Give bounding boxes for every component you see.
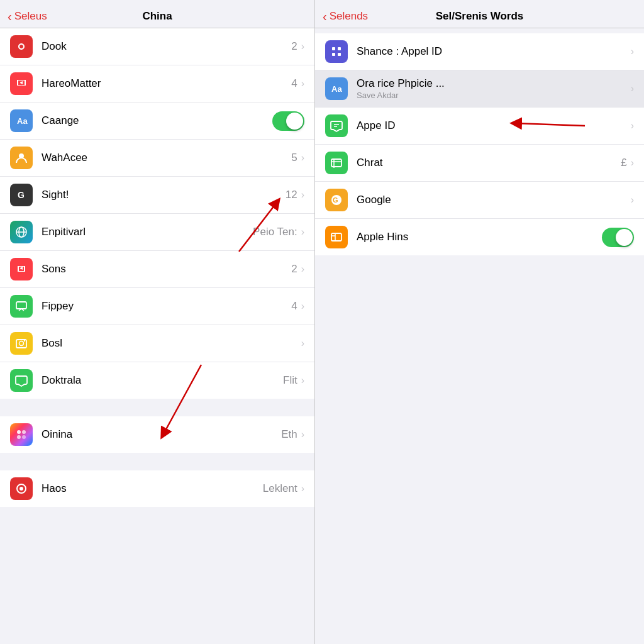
right-nav-bar: ‹ Selends Sel/Srenis Words [315, 0, 644, 28]
google-icon: G [325, 189, 348, 211]
bosl-chevron: › [301, 338, 304, 349]
list-item-applehins[interactable]: Apple Hins [315, 219, 644, 255]
haos-value: Leklent [263, 482, 297, 495]
applehins-label: Apple Hins [357, 231, 602, 243]
dook-chevron: › [301, 41, 304, 52]
left-back-label: Seleus [14, 10, 47, 23]
caange-label: Caange [42, 114, 272, 127]
list-item-google[interactable]: G Google › [315, 182, 644, 219]
sight-value: 12 [286, 189, 297, 201]
fippey-value: 4 [291, 300, 297, 313]
svg-point-14 [17, 435, 21, 439]
right-list-section: Shance : Appel ID › Aa Ora rice Phpicie … [315, 33, 644, 255]
doktrala-value: Flit [283, 374, 297, 387]
list-item-sons[interactable]: Sons 2 › [0, 251, 314, 288]
list-item-doktrala[interactable]: Doktrala Flit › [0, 362, 314, 399]
google-label: Google [357, 194, 631, 206]
section-gap-2 [0, 453, 314, 470]
chrat-chevron: › [631, 157, 634, 169]
dook-label: Dook [42, 40, 291, 53]
caange-toggle[interactable] [272, 111, 304, 131]
dook-icon [10, 35, 33, 58]
doktrala-icon [10, 369, 33, 392]
svg-rect-21 [338, 53, 341, 56]
chrat-icon [325, 152, 348, 174]
left-list-section-1: Dook 2 › HareoMatter 4 › Aa Caange [0, 28, 314, 399]
list-item-sight[interactable]: G Sight! 12 › [0, 177, 314, 214]
svg-text:G: G [333, 196, 338, 204]
enpitivarl-chevron: › [301, 226, 304, 238]
fippey-label: Fippey [42, 300, 291, 313]
sons-chevron: › [301, 264, 304, 275]
haos-label: Haos [42, 482, 263, 495]
oinina-icon [10, 423, 33, 446]
right-panel: ‹ Selends Sel/Srenis Words Shance : A [314, 0, 644, 644]
svg-point-1 [20, 45, 23, 48]
chrat-value: £ [621, 157, 626, 169]
left-panel: ‹ Seleus China Dook 2 › HareoMatter [0, 0, 314, 644]
svg-rect-20 [332, 53, 335, 56]
doktrala-chevron: › [301, 375, 304, 386]
sons-icon [10, 258, 33, 280]
dook-value: 2 [291, 40, 297, 53]
list-item-dook[interactable]: Dook 2 › [0, 28, 314, 65]
caange-toggle-knob [286, 113, 303, 130]
left-list-section-3: Haos Leklent › [0, 470, 314, 507]
left-nav-bar: ‹ Seleus China [0, 0, 314, 28]
list-item-appeid[interactable]: Appe ID › [315, 108, 644, 145]
orarice-sublabel: Save Akdar [357, 91, 631, 100]
enpitivarl-label: Enpitivarl [42, 226, 253, 238]
hareomatter-label: HareoMatter [42, 77, 291, 90]
left-list-section-2: Oinina Eth › [0, 416, 314, 453]
right-top-gap [315, 28, 644, 33]
enpitivarl-icon [10, 221, 33, 243]
list-item-orarice[interactable]: Aa Ora rice Phpicie ... Save Akdar › [315, 70, 644, 108]
doktrala-label: Doktrala [42, 374, 283, 387]
list-item-caange[interactable]: Aa Caange [0, 103, 314, 140]
list-item-shance[interactable]: Shance : Appel ID › [315, 33, 644, 70]
shance-label: Shance : Appel ID [357, 45, 631, 58]
right-back-button[interactable]: ‹ Selends [323, 9, 368, 24]
list-item-hareomatter[interactable]: HareoMatter 4 › [0, 65, 314, 103]
wahacee-value: 5 [291, 152, 297, 164]
appeid-label: Appe ID [357, 119, 631, 132]
svg-text:Aa: Aa [17, 116, 28, 126]
svg-rect-18 [332, 47, 335, 50]
sight-chevron: › [301, 189, 304, 201]
list-item-wahacee[interactable]: WahAcee 5 › [0, 140, 314, 177]
fippey-chevron: › [301, 301, 304, 312]
bosl-icon [10, 332, 33, 355]
applehins-toggle-knob [616, 229, 633, 246]
list-item-bosl[interactable]: Bosl › [0, 325, 314, 362]
wahacee-label: WahAcee [42, 152, 291, 164]
right-nav-title: Sel/Srenis Words [436, 10, 524, 23]
list-item-fippey[interactable]: Fippey 4 › [0, 288, 314, 325]
right-back-arrow-icon: ‹ [323, 9, 327, 24]
svg-point-15 [22, 435, 26, 439]
list-item-enpitivarl[interactable]: Enpitivarl Peio Ten: › [0, 214, 314, 251]
list-item-haos[interactable]: Haos Leklent › [0, 470, 314, 507]
oinina-label: Oinina [42, 428, 281, 441]
svg-point-10 [19, 341, 24, 346]
appeid-chevron: › [631, 120, 634, 131]
hareomatter-icon [10, 72, 33, 95]
wahacee-icon [10, 147, 33, 169]
google-chevron: › [631, 194, 634, 206]
svg-point-17 [19, 487, 23, 491]
svg-point-11 [24, 340, 25, 341]
fippey-icon [10, 295, 33, 318]
left-back-button[interactable]: ‹ Seleus [8, 9, 47, 24]
caange-icon: Aa [10, 109, 33, 132]
orarice-icon: Aa [325, 77, 348, 100]
list-item-oinina[interactable]: Oinina Eth › [0, 416, 314, 453]
svg-text:G: G [18, 190, 25, 200]
orarice-label: Ora rice Phpicie ... [357, 77, 631, 90]
left-nav-title: China [142, 10, 172, 23]
bosl-label: Bosl [42, 337, 297, 350]
applehins-toggle[interactable] [602, 228, 634, 247]
chrat-label: Chrat [357, 157, 621, 169]
list-item-chrat[interactable]: Chrat £ › [315, 145, 644, 182]
sons-value: 2 [291, 263, 297, 275]
right-back-label: Selends [330, 10, 368, 23]
svg-point-13 [22, 430, 26, 434]
